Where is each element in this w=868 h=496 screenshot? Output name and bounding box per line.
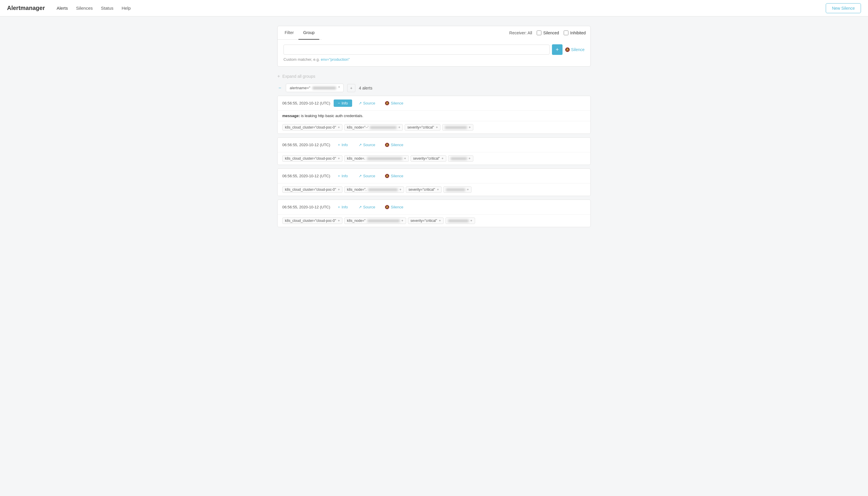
label-text: k8s_cloud_cluster="cloud-poc-0": [285, 219, 336, 223]
filter-body: + 🔕 Silence Custom matcher, e.g. env="pr…: [278, 40, 590, 66]
silence-icon: 🔕: [385, 101, 390, 105]
nav-help[interactable]: Help: [118, 4, 135, 12]
silenced-checkbox[interactable]: [537, 31, 541, 35]
source-button[interactable]: ↗ Source: [356, 172, 378, 180]
filter-input[interactable]: [283, 45, 550, 55]
silence-label: Silence: [391, 205, 404, 209]
chip-plus[interactable]: +: [469, 156, 471, 160]
custom-matcher-example[interactable]: env="production": [321, 57, 350, 62]
silence-button[interactable]: 🔕 Silence: [382, 203, 406, 211]
message-key: message:: [282, 113, 300, 118]
source-button[interactable]: ↗ Source: [356, 203, 378, 211]
chip-plus[interactable]: +: [436, 125, 438, 129]
label-blurred: [367, 219, 400, 222]
filter-right: Receiver: All Silenced Inhibited: [505, 31, 590, 35]
filter-tabs-row: Filter Group Receiver: All Silenced Inhi…: [278, 26, 590, 40]
chip-plus[interactable]: +: [338, 188, 340, 192]
chip-plus[interactable]: +: [398, 125, 400, 129]
inhibited-checkbox[interactable]: [564, 31, 568, 35]
collapse-button[interactable]: −: [277, 85, 282, 91]
alert-item-header: 06:56:55, 2020-10-12 (UTC) − Info ↗ Sour…: [278, 96, 590, 111]
info-label: Info: [342, 174, 348, 178]
label-text: severity="critical": [407, 125, 434, 129]
chip-plus[interactable]: +: [338, 156, 340, 160]
label-chip: +: [443, 186, 472, 193]
tab-filter[interactable]: Filter: [280, 26, 298, 40]
chip-plus[interactable]: +: [404, 156, 406, 160]
silence-label: Silence: [391, 143, 404, 147]
label-text: k8s_cloud_cluster="cloud-poc-0": [285, 125, 336, 129]
group-label-suffix: ": [338, 86, 340, 90]
source-label: Source: [363, 174, 375, 178]
silence-button[interactable]: 🔕 Silence: [382, 99, 406, 107]
alert-item-header: 06:56:55, 2020-10-12 (UTC) + Info ↗ Sour…: [278, 200, 590, 215]
group-label-text: alertname=": [290, 86, 310, 90]
info-button[interactable]: + Info: [334, 141, 352, 149]
info-button-active[interactable]: − Info: [334, 99, 352, 107]
alert-labels-row: k8s_cloud_cluster="cloud-poc-0" + k8s_no…: [278, 183, 590, 196]
alert-item: 06:56:55, 2020-10-12 (UTC) − Info ↗ Sour…: [277, 96, 591, 134]
new-silence-button[interactable]: New Silence: [826, 3, 861, 13]
filter-add-button[interactable]: +: [552, 44, 563, 55]
filter-card: Filter Group Receiver: All Silenced Inhi…: [277, 26, 591, 67]
expand-all-row[interactable]: + Expand all groups: [277, 74, 591, 79]
info-button[interactable]: + Info: [334, 203, 352, 211]
filter-silence-button[interactable]: 🔕 Silence: [565, 47, 585, 52]
alert-time: 06:56:55, 2020-10-12 (UTC): [282, 101, 330, 105]
label-chip: +: [448, 155, 473, 162]
label-chip: k8s_cloud_cluster="cloud-poc-0" +: [282, 186, 343, 193]
silence-link-label: Silence: [571, 47, 585, 52]
silence-label: Silence: [391, 101, 404, 105]
minus-icon: −: [338, 101, 340, 105]
inhibited-label: Inhibited: [570, 31, 586, 35]
alert-group-header: − alertname=" " + 4 alerts: [277, 84, 591, 92]
chip-plus[interactable]: +: [399, 188, 401, 192]
chip-plus[interactable]: +: [401, 219, 404, 223]
chip-plus[interactable]: +: [442, 156, 444, 160]
silence-button[interactable]: 🔕 Silence: [382, 141, 406, 149]
source-label: Source: [363, 205, 375, 209]
chip-plus[interactable]: +: [469, 125, 471, 129]
label-chip: k8s_cloud_cluster="cloud-poc-0" +: [282, 217, 343, 224]
tab-group[interactable]: Group: [298, 26, 319, 40]
label-chip: k8s_cloud_cluster="cloud-poc-0" +: [282, 155, 343, 162]
label-chip: k8s_node=". +: [344, 186, 404, 193]
nav-status[interactable]: Status: [97, 4, 117, 12]
info-label: Info: [342, 205, 348, 209]
expand-all-icon: +: [277, 74, 280, 79]
alert-time: 06:56:55, 2020-10-12 (UTC): [282, 205, 330, 209]
info-button[interactable]: + Info: [334, 172, 352, 180]
nav-links: Alerts Silences Status Help: [53, 4, 826, 12]
silence-button[interactable]: 🔕 Silence: [382, 172, 406, 180]
group-label-blurred: [313, 87, 336, 90]
chip-plus[interactable]: +: [338, 219, 340, 223]
label-blurred: [368, 188, 398, 191]
chip-plus[interactable]: +: [467, 188, 469, 192]
source-button[interactable]: ↗ Source: [356, 99, 378, 107]
inhibited-checkbox-group: Inhibited: [564, 31, 586, 35]
alert-item: 06:56:55, 2020-10-12 (UTC) + Info ↗ Sour…: [277, 169, 591, 196]
label-blurred: [451, 157, 467, 160]
chip-plus[interactable]: +: [439, 219, 441, 223]
alert-item-header: 06:56:55, 2020-10-12 (UTC) + Info ↗ Sour…: [278, 138, 590, 152]
label-text: severity="critical": [411, 219, 437, 223]
label-blurred: [367, 157, 402, 160]
group-add-button[interactable]: +: [347, 84, 356, 92]
source-button[interactable]: ↗ Source: [356, 141, 378, 149]
chip-plus[interactable]: +: [470, 219, 472, 223]
label-chip: severity="critical" +: [406, 186, 442, 193]
nav-silences[interactable]: Silences: [73, 4, 96, 12]
source-label: Source: [363, 101, 375, 105]
label-text: severity="critical": [413, 156, 440, 160]
receiver-label: Receiver: All: [509, 31, 532, 35]
label-text: k8s_node="·-': [347, 125, 368, 129]
chip-plus[interactable]: +: [437, 188, 439, 192]
label-chip: k8s_cloud_cluster="cloud-poc-0" +: [282, 124, 343, 130]
group-label-box: alertname=" ": [286, 84, 344, 92]
label-text: k8s_cloud_cluster="cloud-poc-0": [285, 188, 336, 192]
nav-alerts[interactable]: Alerts: [53, 4, 71, 12]
label-text: severity="critical": [409, 188, 435, 192]
label-text: k8s_node=".: [347, 188, 366, 192]
label-blurred: [448, 219, 469, 222]
chip-plus[interactable]: +: [338, 125, 340, 129]
